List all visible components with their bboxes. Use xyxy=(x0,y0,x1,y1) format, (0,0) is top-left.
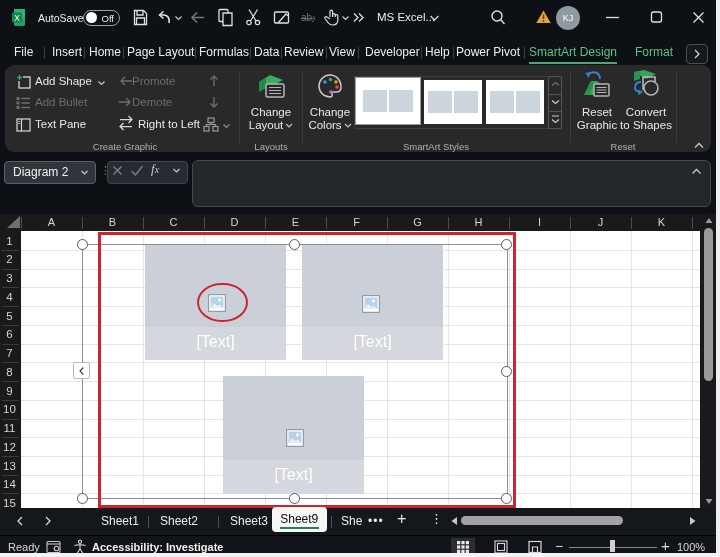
svg-text:X: X xyxy=(14,13,20,23)
svg-text:ab: ab xyxy=(301,12,313,23)
